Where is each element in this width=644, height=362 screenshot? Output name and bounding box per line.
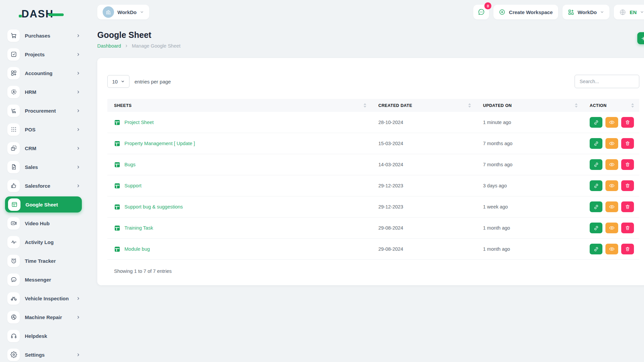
delete-button[interactable] bbox=[621, 159, 634, 170]
column-header-created-date[interactable]: CREATED DATE bbox=[372, 103, 476, 108]
sidebar-item-label: Sales bbox=[25, 164, 76, 170]
sidebar-item-label: Vehicle Inspection bbox=[25, 296, 76, 301]
sort-icon bbox=[631, 103, 634, 108]
column-header-updated-on[interactable]: UPDATED ON bbox=[476, 103, 583, 108]
view-button[interactable] bbox=[605, 138, 618, 149]
sidebar-item-helpdesk[interactable]: Helpdesk bbox=[0, 326, 88, 345]
sidebar-item-crm[interactable]: CRM bbox=[0, 139, 88, 158]
sheet-name-link[interactable]: Training Task bbox=[124, 225, 153, 231]
main-area: WorkDo 0 Create Workspace WorkDo EN bbox=[88, 0, 644, 362]
column-header-sheets[interactable]: SHEETS bbox=[107, 103, 372, 108]
created-date-cell: 29-08-2024 bbox=[372, 225, 476, 231]
sidebar-item-label: Activity Log bbox=[25, 239, 80, 245]
sheet-name-link[interactable]: Support bug & suggestions bbox=[124, 204, 183, 209]
search-input[interactable] bbox=[575, 75, 639, 88]
chevron-down-icon bbox=[121, 79, 125, 83]
chevron-right-icon bbox=[76, 296, 80, 301]
sidebar-item-hrm[interactable]: HRM bbox=[0, 82, 88, 101]
open-link-button[interactable] bbox=[590, 138, 602, 149]
sheet-name-link[interactable]: Support bbox=[124, 183, 142, 188]
updated-on-cell: 1 month ago bbox=[476, 225, 583, 231]
sheet-name-link[interactable]: Bugs bbox=[124, 162, 136, 167]
sheet-icon bbox=[114, 162, 120, 168]
logo-dash-icon bbox=[48, 13, 64, 16]
delete-button[interactable] bbox=[621, 138, 634, 149]
sidebar-item-purchases[interactable]: Purchases bbox=[0, 26, 88, 45]
sidebar-item-settings[interactable]: Settings bbox=[0, 345, 88, 362]
created-date-cell: 29-08-2024 bbox=[372, 246, 476, 252]
sidebar-item-activity-log[interactable]: Activity Log bbox=[0, 233, 88, 251]
sidebar-item-machine-repair[interactable]: Machine Repair bbox=[0, 308, 88, 326]
view-button[interactable] bbox=[605, 159, 618, 170]
sidebar-item-vehicle-inspection[interactable]: Vehicle Inspection bbox=[0, 289, 88, 308]
sheet-name-link[interactable]: Module bug bbox=[124, 246, 150, 252]
chevron-right-icon bbox=[76, 146, 80, 150]
grid-plus-icon bbox=[568, 9, 574, 15]
sheets-card: 10 entries per page SHEETS CREATED DATE … bbox=[97, 58, 644, 285]
sidebar-item-label: Settings bbox=[25, 352, 76, 358]
sidebar-item-projects[interactable]: Projects bbox=[0, 45, 88, 64]
grid-plus-icon bbox=[7, 67, 20, 79]
view-button[interactable] bbox=[605, 180, 618, 191]
view-button[interactable] bbox=[605, 201, 618, 212]
thumbs-up-icon bbox=[7, 180, 20, 192]
sidebar-item-messenger[interactable]: Messenger bbox=[0, 270, 88, 289]
sidebar-item-label: Time Tracker bbox=[25, 258, 80, 264]
updated-on-cell: 3 days ago bbox=[476, 183, 583, 188]
messages-button[interactable]: 0 bbox=[473, 5, 489, 19]
app-logo[interactable]: DASH bbox=[0, 6, 88, 22]
sidebar-item-salesforce[interactable]: Salesforce bbox=[0, 176, 88, 195]
sidebar-item-procurement[interactable]: Procurement bbox=[0, 101, 88, 120]
delete-button[interactable] bbox=[621, 244, 634, 254]
sheet-icon bbox=[114, 183, 120, 189]
workspace-selector[interactable]: WorkDo bbox=[97, 5, 149, 19]
sidebar-item-time-tracker[interactable]: Time Tracker bbox=[0, 251, 88, 270]
sidebar-item-label: Salesforce bbox=[25, 183, 76, 189]
sidebar-item-label: Projects bbox=[25, 52, 76, 57]
open-link-button[interactable] bbox=[590, 159, 602, 170]
created-date-cell: 29-12-2023 bbox=[372, 183, 476, 188]
delete-button[interactable] bbox=[621, 117, 634, 128]
create-sheet-button[interactable]: + bbox=[637, 32, 644, 44]
updated-on-cell: 7 months ago bbox=[476, 141, 583, 146]
sheet-name-link[interactable]: Property Management [ Update ] bbox=[124, 141, 195, 146]
table-row: Project Sheet 28-10-2024 1 minute ago bbox=[107, 112, 639, 133]
updated-on-cell: 1 minute ago bbox=[476, 120, 583, 125]
sidebar-item-accounting[interactable]: Accounting bbox=[0, 64, 88, 82]
create-workspace-label: Create Workspace bbox=[509, 9, 553, 15]
cart-chart-icon bbox=[7, 105, 20, 117]
create-workspace-button[interactable]: Create Workspace bbox=[493, 5, 558, 19]
sidebar-nav: Purchases Projects Accounting HRM bbox=[0, 26, 88, 362]
workspace-menu-button[interactable]: WorkDo bbox=[562, 5, 609, 19]
document-icon bbox=[7, 161, 20, 173]
chat-bubble-icon bbox=[7, 274, 20, 286]
open-link-button[interactable] bbox=[590, 201, 602, 212]
sheet-icon bbox=[114, 246, 120, 252]
open-link-button[interactable] bbox=[590, 223, 602, 233]
open-link-button[interactable] bbox=[590, 244, 602, 254]
view-button[interactable] bbox=[605, 223, 618, 233]
language-selector[interactable]: EN bbox=[614, 5, 644, 19]
table-header-row: SHEETS CREATED DATE UPDATED ON ACTION bbox=[107, 99, 639, 112]
sort-icon bbox=[468, 103, 471, 108]
sidebar-item-google-sheet[interactable]: Google Sheet bbox=[5, 196, 82, 213]
view-button[interactable] bbox=[605, 244, 618, 254]
open-link-button[interactable] bbox=[590, 117, 602, 128]
breadcrumb-dashboard-link[interactable]: Dashboard bbox=[97, 43, 121, 49]
open-link-button[interactable] bbox=[590, 180, 602, 191]
sidebar-item-sales[interactable]: Sales bbox=[0, 158, 88, 176]
globe-icon bbox=[619, 9, 626, 16]
delete-button[interactable] bbox=[621, 201, 634, 212]
column-header-action[interactable]: ACTION bbox=[583, 103, 639, 108]
sheet-name-link[interactable]: Project Sheet bbox=[124, 120, 154, 125]
gear-icon bbox=[7, 349, 20, 361]
delete-button[interactable] bbox=[621, 223, 634, 233]
delete-button[interactable] bbox=[621, 180, 634, 191]
sidebar-item-video-hub[interactable]: Video Hub bbox=[0, 214, 88, 233]
view-button[interactable] bbox=[605, 117, 618, 128]
page-title: Google Sheet bbox=[97, 30, 180, 40]
sidebar-item-label: Machine Repair bbox=[25, 314, 76, 320]
messages-badge: 0 bbox=[484, 2, 491, 9]
sidebar-item-pos[interactable]: POS bbox=[0, 120, 88, 139]
entries-per-page-select[interactable]: 10 bbox=[107, 75, 129, 88]
